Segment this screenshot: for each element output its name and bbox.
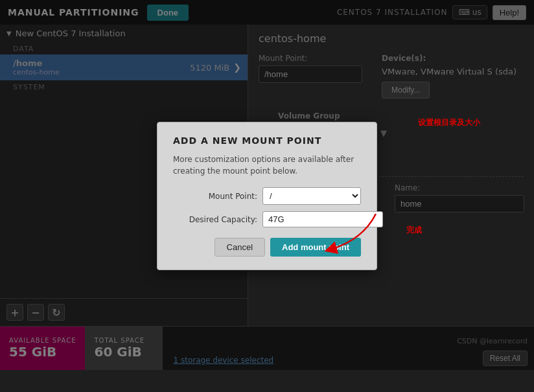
modal-capacity-input[interactable] (262, 211, 383, 227)
modal-capacity-row: Desired Capacity: (173, 211, 361, 227)
modal-overlay: ADD A NEW MOUNT POINT More customization… (0, 0, 534, 392)
modal-title: ADD A NEW MOUNT POINT (173, 135, 361, 146)
modal-mount-point-select[interactable]: / /boot /home swap (262, 187, 361, 205)
modal-buttons: Cancel Add mount point (173, 238, 361, 257)
annotation-text-1: 设置根目录及大小 (418, 118, 480, 127)
modal-description: More customization options are available… (173, 154, 361, 177)
modal-mount-point-row: Mount Point: / /boot /home swap (173, 187, 361, 205)
cancel-button[interactable]: Cancel (215, 238, 265, 257)
add-mount-point-modal: ADD A NEW MOUNT POINT More customization… (157, 122, 377, 270)
annotation-text-2: 完成 (406, 225, 422, 235)
modal-mount-point-label: Mount Point: (173, 192, 257, 201)
modal-capacity-label: Desired Capacity: (173, 215, 257, 224)
add-mount-point-button[interactable]: Add mount point (270, 238, 361, 257)
